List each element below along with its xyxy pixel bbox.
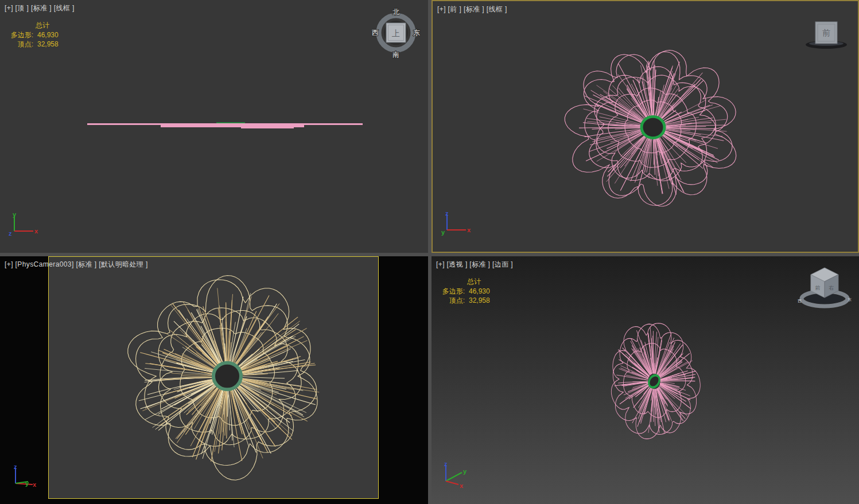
stats-polygons-row: 多边形: 46,930 <box>6 30 59 40</box>
x-axis-label: x <box>460 482 464 489</box>
viewport-front[interactable]: [+] [前 ] [标准 ] [线框 ] 前 z x y <box>432 0 859 253</box>
y-axis-line <box>446 472 462 481</box>
viewport-perspective[interactable]: [+] [透视 ] [标准 ] [边面 ] 总计 多边形: 46,930 顶点:… <box>432 256 859 504</box>
viewport-top-label[interactable]: [+] [顶 ] [标准 ] [线框 ] <box>5 3 75 13</box>
stats-polygons-row: 多边形: 46,930 <box>437 287 490 296</box>
compass-east-label[interactable]: 东 <box>848 298 852 302</box>
viewcube-up-label: 上 <box>392 29 400 38</box>
z-axis-label: z <box>14 463 17 470</box>
compass-east-label[interactable]: 东 <box>413 29 420 37</box>
viewcube-front-label: 前 <box>822 28 830 37</box>
viewport-camera-label[interactable]: [+] [PhysCamera003] [标准 ] [默认明暗处理 ] <box>5 260 148 269</box>
x-axis-label: x <box>467 226 471 233</box>
x-axis-label: x <box>34 228 38 235</box>
x-axis-label: x <box>33 481 37 488</box>
statistics-top: 总计 多边形: 46,930 顶点: 32,958 <box>6 21 59 49</box>
compass-west-label[interactable]: 西 <box>372 29 379 37</box>
y-axis-label: y <box>13 211 17 218</box>
stats-total-label: 总计 <box>36 21 59 30</box>
axis-tripod-camera: z y x <box>9 463 43 491</box>
camera-frame[interactable] <box>48 256 379 499</box>
z-axis-label: z <box>445 210 449 217</box>
y-axis-label: y <box>463 468 467 475</box>
stats-total-label: 总计 <box>467 277 490 286</box>
compass-south-label[interactable]: 南 <box>392 50 399 58</box>
viewcube-front-label: 前 <box>815 285 821 291</box>
stats-vertices-row: 顶点: 32,958 <box>6 40 59 49</box>
z-axis-label: z <box>444 460 448 467</box>
axis-tripod-front: z x y <box>440 209 472 238</box>
viewcube-top[interactable]: 上 北 南 东 西 <box>370 7 422 58</box>
compass-north-label[interactable]: 北 <box>392 8 399 16</box>
axis-tripod-top: y x z <box>7 210 40 239</box>
z-axis-label: z <box>9 230 12 237</box>
scene-canvas-top[interactable] <box>0 0 428 253</box>
compass-west-label[interactable]: 西 <box>798 299 802 303</box>
statistics-perspective: 总计 多边形: 46,930 顶点: 32,958 <box>437 277 490 305</box>
viewcube-front[interactable]: 前 <box>800 8 852 60</box>
viewport-top[interactable]: [+] [顶 ] [标准 ] [线框 ] 总计 多边形: 46,930 顶点: … <box>0 0 428 253</box>
viewcube-perspective[interactable]: 西 东 前 右 <box>793 257 856 321</box>
viewport-perspective-label[interactable]: [+] [透视 ] [标准 ] [边面 ] <box>436 260 513 269</box>
scene-canvas-camera[interactable] <box>49 257 378 498</box>
viewcube-right-label: 右 <box>829 285 834 291</box>
viewport-camera[interactable]: [+] [PhysCamera003] [标准 ] [默认明暗处理 ] z y … <box>0 256 428 504</box>
y-axis-label: y <box>441 229 445 236</box>
stats-vertices-row: 顶点: 32,958 <box>437 296 490 305</box>
max-viewport-layout: [+] [顶 ] [标准 ] [线框 ] 总计 多边形: 46,930 顶点: … <box>0 0 859 504</box>
y-axis-label: y <box>25 480 29 487</box>
viewport-front-label[interactable]: [+] [前 ] [标准 ] [线框 ] <box>437 5 507 14</box>
scene-canvas-front[interactable] <box>433 1 858 252</box>
axis-tripod-perspective: z y x <box>439 459 473 490</box>
x-axis-line <box>446 481 458 485</box>
